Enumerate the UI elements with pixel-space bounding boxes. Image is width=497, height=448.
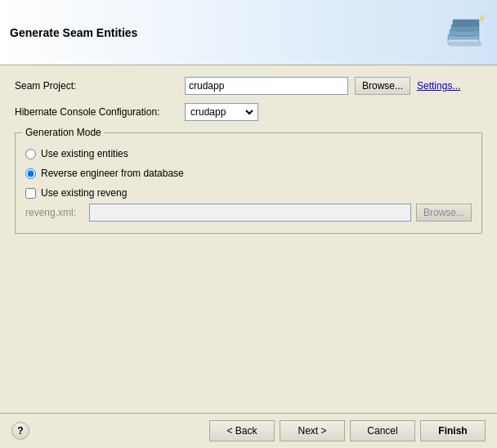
reveng-xml-label: reveng.xml: xyxy=(25,207,84,218)
footer-left: ? xyxy=(11,422,29,440)
hibernate-config-row: Hibernate Console Configuration: crudapp xyxy=(15,103,482,121)
cancel-button[interactable]: Cancel xyxy=(350,420,415,441)
next-button[interactable]: Next > xyxy=(280,420,345,441)
seam-project-row: Seam Project: Browse... Settings... xyxy=(15,77,482,95)
reveng-xml-row: reveng.xml: Browse... xyxy=(25,204,472,222)
checkbox-use-reveng-label[interactable]: Use existing reveng xyxy=(41,187,127,199)
hibernate-config-label: Hibernate Console Configuration: xyxy=(15,106,178,118)
footer-right: < Back Next > Cancel Finish xyxy=(209,420,486,441)
radio-use-existing-label[interactable]: Use existing entities xyxy=(41,148,128,159)
radio-reverse-row: Reverse engineer from database xyxy=(25,168,472,179)
dialog-title: Generate Seam Entities xyxy=(10,26,137,39)
svg-rect-4 xyxy=(453,20,479,26)
radio-reverse-engineer-label[interactable]: Reverse engineer from database xyxy=(41,168,184,179)
radio-use-existing[interactable] xyxy=(25,149,36,159)
radio-reverse-engineer[interactable] xyxy=(25,168,36,179)
dialog-footer: ? < Back Next > Cancel Finish xyxy=(0,413,497,448)
dialog-content: Seam Project: Browse... Settings... Hibe… xyxy=(0,65,497,413)
reveng-xml-browse-button: Browse... xyxy=(416,204,472,222)
checkbox-reveng-row: Use existing reveng xyxy=(25,187,472,199)
back-button[interactable]: < Back xyxy=(209,420,275,441)
seam-project-label: Seam Project: xyxy=(15,80,178,92)
dialog-header: Generate Seam Entities xyxy=(0,0,497,65)
seam-icon xyxy=(445,11,487,54)
help-button[interactable]: ? xyxy=(11,422,29,440)
seam-project-input[interactable] xyxy=(185,77,348,95)
hibernate-config-select[interactable]: crudapp xyxy=(187,104,256,120)
svg-rect-10 xyxy=(450,43,481,46)
seam-project-browse-button[interactable]: Browse... xyxy=(355,77,410,95)
generation-mode-legend: Generation Mode xyxy=(22,127,105,138)
generation-mode-group: Generation Mode Use existing entities Re… xyxy=(15,132,482,234)
reveng-xml-input xyxy=(89,204,411,222)
hibernate-config-combo[interactable]: crudapp xyxy=(185,103,258,121)
dialog-generate-seam-entities: Generate Seam Entities xyxy=(0,0,497,448)
radio-use-existing-row: Use existing entities xyxy=(25,148,472,159)
settings-link[interactable]: Settings... xyxy=(417,80,460,92)
finish-button[interactable]: Finish xyxy=(420,420,486,441)
checkbox-use-reveng[interactable] xyxy=(25,188,36,199)
